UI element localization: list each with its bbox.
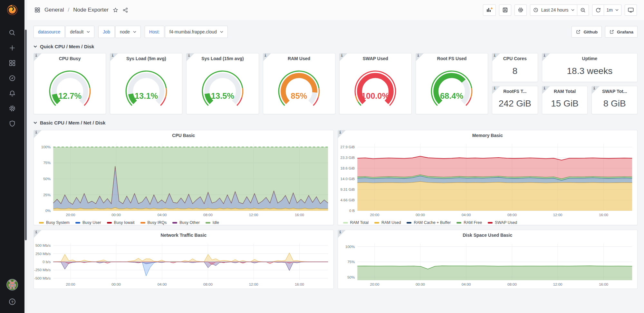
breadcrumb-section[interactable]: General [44,7,64,13]
sidebar-item-create[interactable] [8,44,16,52]
sidebar-item-alerting[interactable] [8,89,16,97]
save-dashboard-button[interactable] [499,5,511,16]
grafana-link-button[interactable]: Grafana [605,26,638,38]
dashboard-scrollbar[interactable] [24,0,27,313]
panel-info-icon[interactable]: i [492,86,500,94]
panel-title[interactable]: Root FS Used [416,53,488,64]
svg-text:20:00: 20:00 [370,282,379,286]
grafana-logo[interactable] [5,3,19,17]
panel-title[interactable]: CPU Basic [34,130,333,141]
row-header-quick[interactable]: Quick CPU / Mem / Disk [34,44,638,49]
svg-text:75%: 75% [347,260,355,264]
panel-title[interactable]: Disk Space Used Basic [338,230,638,240]
filter-host-label: Host: [145,26,164,38]
filter-job-selected: node [120,29,130,34]
svg-text:75%: 75% [43,161,51,165]
grafana-link-label: Grafana [617,30,633,34]
variables-row: datasource default Job node Host: [34,26,638,38]
panel-title[interactable]: Sys Load (5m avg) [110,53,182,64]
legend-item[interactable]: Idle [206,220,219,225]
svg-text:00:00: 00:00 [416,282,425,286]
filter-job: Job node [98,26,141,38]
sidebar-item-server-admin[interactable] [8,119,16,128]
panel-info-icon[interactable]: i [542,53,550,61]
add-panel-icon [486,6,493,14]
svg-text:13.1%: 13.1% [135,91,158,100]
memory-basic-panel: iMemory Basic0 B4.66 GiB9.31 GiB14.0 GiB… [338,130,638,225]
legend-item[interactable]: Busy System [39,220,70,225]
sidebar-item-help[interactable]: ? [8,298,16,306]
compass-icon [8,74,16,82]
dashboard-links: Github Grafana [572,26,638,38]
legend-item[interactable]: Busy Iowait [107,220,135,225]
star-icon[interactable] [112,7,119,13]
panel-info-icon[interactable]: i [263,53,271,61]
legend-item[interactable]: RAM Used [374,220,401,225]
panel-info-icon[interactable]: i [492,53,500,61]
legend-item[interactable]: Busy Other [172,220,200,225]
filter-job-value[interactable]: node [115,26,141,38]
sidebar-item-search[interactable] [8,29,16,37]
panel-title[interactable]: Uptime [542,53,637,64]
legend-swatch [140,222,145,224]
panel-info-icon[interactable]: i [340,53,347,61]
swap-used-gauge: 100.0% [344,64,407,107]
memory-basic-chart[interactable]: 0 B4.66 GiB9.31 GiB14.0 GiB18.6 GiB23.3 … [338,141,638,219]
disk-space-used-basic-chart[interactable]: 50%75%100%20:0000:0004:0008:0012:0016:00 [338,240,638,289]
charts-row-1: iCPU Basic0%25%50%75%100%20:0000:0004:00… [34,130,638,225]
network-traffic-basic-chart[interactable]: 500 Mb/s250 Mb/s0 b/s-250 Mb/s-500 Mb/s2… [34,240,333,289]
breadcrumb-page[interactable]: Node Exporter [73,7,109,13]
panel-info-icon[interactable]: i [592,86,600,94]
filter-job-label: Job [98,26,115,38]
add-panel-button[interactable] [483,5,496,16]
panel-title[interactable]: RAM Used [263,53,335,64]
zoom-out-button[interactable] [577,5,589,16]
panel-info-letter: i [339,230,341,234]
refresh-interval-picker[interactable]: 1m [604,5,621,16]
legend-item[interactable]: RAM Cache + Buffer [407,220,451,225]
legend-item[interactable]: RAM Free [457,220,482,225]
panel-title[interactable]: Memory Basic [338,130,638,141]
legend-swatch [75,222,80,224]
panel-info-icon[interactable]: i [416,53,424,61]
time-range-picker[interactable]: Last 24 hours [530,5,577,16]
panel-info-icon[interactable]: i [34,230,42,238]
sidebar-item-dashboards[interactable] [8,59,16,67]
panel-info-letter: i [111,53,114,58]
gear-icon [517,7,524,13]
sidebar-item-configuration[interactable] [8,104,16,113]
filter-datasource-value[interactable]: default [65,26,94,38]
shield-icon [8,120,16,127]
row-header-basic[interactable]: Basic CPU / Mem / Net / Disk [34,120,638,125]
sidebar-item-explore[interactable] [8,74,16,82]
panel-info-letter: i [35,130,37,134]
panel-title[interactable]: Network Traffic Basic [34,230,333,240]
panel-info-icon[interactable]: i [110,53,118,61]
panel-title[interactable]: Sys Load (15m avg) [187,53,258,64]
github-link-button[interactable]: Github [572,26,602,38]
panel-info-icon[interactable]: i [34,53,42,61]
refresh-button[interactable] [592,5,604,16]
legend-item[interactable]: SWAP Used [488,220,517,225]
panel-info-icon[interactable]: i [187,53,194,61]
legend-label: Busy User [82,220,101,225]
panel-info-icon[interactable]: i [34,130,42,138]
svg-text:-250 Mb/s: -250 Mb/s [34,268,51,272]
panel-title[interactable]: SWAP Used [340,53,411,64]
panel-info-letter: i [543,86,546,90]
dashboard-settings-button[interactable] [514,5,527,16]
cycle-view-button[interactable] [625,5,637,16]
legend-item[interactable]: Busy User [75,220,101,225]
scrollbar-thumb[interactable] [25,30,27,240]
panel-info-icon[interactable]: i [542,86,550,94]
time-range-label: Last 24 hours [541,7,569,13]
panel-title[interactable]: CPU Busy [34,53,106,64]
panel-info-icon[interactable]: i [338,230,346,238]
legend-item[interactable]: Busy IRQs [140,220,167,225]
legend-item[interactable]: RAM Total [343,220,369,225]
user-avatar[interactable] [6,279,18,290]
cpu-basic-chart[interactable]: 0%25%50%75%100%20:0000:0004:0008:0012:00… [34,141,333,219]
filter-host-value[interactable]: f4-mumbai.frappe.cloud [165,26,228,38]
share-icon[interactable] [122,7,129,13]
panel-info-icon[interactable]: i [338,130,346,138]
